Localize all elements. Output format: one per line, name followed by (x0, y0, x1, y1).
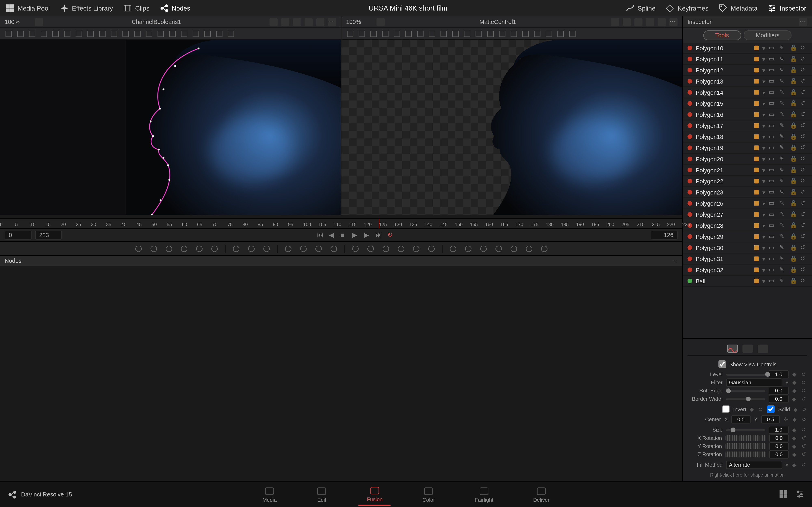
viewer-tool-icon[interactable] (227, 30, 235, 38)
tool-row[interactable]: Polygon26 ▾ ▭ ✎ 🔒 ↺ (683, 198, 812, 209)
enable-dot[interactable] (688, 123, 692, 128)
shelf-tool-icon[interactable] (246, 244, 256, 253)
viewer-tool-icon[interactable] (381, 30, 389, 38)
viewer-tool-icon[interactable] (498, 30, 506, 38)
lock-icon[interactable]: 🔒 (790, 222, 797, 229)
enable-dot[interactable] (688, 245, 692, 250)
color-chip[interactable] (754, 112, 759, 117)
view-opt-icon[interactable] (635, 18, 643, 26)
value-field[interactable]: 0.0 (769, 387, 789, 395)
viewer-tool-icon[interactable] (98, 30, 106, 38)
reset-icon[interactable]: ↺ (800, 100, 807, 107)
shelf-tool-icon[interactable] (411, 244, 421, 253)
reset-icon[interactable]: ↺ (800, 167, 807, 174)
view-opt-icon[interactable] (293, 18, 301, 26)
viewer-tool-icon[interactable] (428, 30, 436, 38)
color-chip[interactable] (754, 123, 759, 128)
viewer-tool-icon[interactable] (487, 30, 495, 38)
viewer-tool-icon[interactable] (416, 30, 424, 38)
versions-icon[interactable]: ▭ (769, 111, 776, 118)
viewer-tool-icon[interactable] (157, 30, 165, 38)
reset-icon[interactable]: ↺ (800, 44, 807, 52)
keyframe-icon[interactable]: ◆ (793, 416, 798, 422)
nodes-button[interactable]: Nodes (160, 4, 190, 12)
viewer-tool-icon[interactable] (180, 30, 188, 38)
value-field[interactable]: 0.0 (769, 450, 789, 458)
viewer-tool-icon[interactable] (451, 30, 459, 38)
viewer-tool-icon[interactable] (87, 30, 95, 38)
color-chip[interactable] (754, 168, 759, 172)
lock-icon[interactable]: 🔒 (790, 144, 797, 151)
reset-icon[interactable]: ↺ (802, 443, 807, 449)
viewer-tool-icon[interactable] (521, 30, 529, 38)
tool-row[interactable]: Polygon10 ▾ ▭ ✎ 🔒 ↺ (683, 43, 812, 54)
tool-row[interactable]: Polygon23 ▾ ▭ ✎ 🔒 ↺ (683, 187, 812, 198)
node-graph[interactable]: BluePlayer_01 Polygon1_1 ⊙Polygon24 (Ply… (0, 266, 682, 481)
reset-icon[interactable]: ↺ (800, 200, 807, 207)
playhead[interactable] (379, 219, 379, 228)
versions-icon[interactable]: ▭ (769, 167, 776, 174)
play-icon[interactable]: ▶ (352, 231, 360, 239)
viewer-tool-icon[interactable] (215, 30, 223, 38)
go-end-icon[interactable]: ⏭ (375, 231, 384, 239)
menu-icon[interactable]: ⋯ (669, 18, 677, 26)
reset-icon[interactable]: ↺ (800, 122, 807, 129)
enable-dot[interactable] (688, 68, 692, 72)
versions-icon[interactable]: ▭ (769, 100, 776, 107)
color-chip[interactable] (754, 256, 759, 261)
tool-row[interactable]: Polygon17 ▾ ▭ ✎ 🔒 ↺ (683, 120, 812, 131)
reset-icon[interactable]: ↺ (800, 244, 807, 251)
script-icon[interactable]: ✎ (779, 89, 786, 96)
invert-checkbox[interactable] (722, 405, 729, 413)
shelf-tool-icon[interactable] (396, 244, 405, 253)
script-icon[interactable]: ✎ (779, 133, 786, 140)
versions-icon[interactable]: ▭ (769, 222, 776, 229)
keyframes-button[interactable]: Keyframes (666, 4, 708, 12)
page-deliver[interactable]: Deliver (525, 484, 558, 505)
script-icon[interactable]: ✎ (779, 188, 786, 196)
tool-row[interactable]: Polygon28 ▾ ▭ ✎ 🔒 ↺ (683, 220, 812, 231)
home-icon[interactable] (779, 490, 788, 499)
view-opt-icon[interactable] (611, 18, 619, 26)
keyframe-icon[interactable]: ◆ (792, 443, 798, 449)
tool-row[interactable]: Polygon21 ▾ ▭ ✎ 🔒 ↺ (683, 165, 812, 176)
shelf-tool-icon[interactable] (179, 244, 189, 253)
viewer-tool-icon[interactable] (51, 30, 59, 38)
enable-dot[interactable] (688, 168, 692, 172)
viewer-a-zoom[interactable]: 100% (5, 19, 32, 25)
loop-icon[interactable]: ↻ (387, 231, 396, 239)
lock-icon[interactable]: 🔒 (790, 133, 797, 140)
color-chip[interactable] (754, 234, 759, 239)
shelf-tool-icon[interactable] (209, 244, 219, 253)
script-icon[interactable]: ✎ (779, 233, 786, 240)
reset-icon[interactable]: ↺ (800, 255, 807, 263)
shelf-tool-icon[interactable] (149, 244, 158, 253)
versions-icon[interactable]: ▭ (769, 56, 776, 63)
inspector-button[interactable]: Inspector (768, 4, 806, 12)
enable-dot[interactable] (688, 79, 692, 83)
script-icon[interactable]: ✎ (779, 144, 786, 151)
viewer-tool-icon[interactable] (474, 30, 483, 38)
color-chip[interactable] (754, 101, 759, 106)
shelf-tool-icon[interactable] (494, 244, 503, 253)
viewer-tool-icon[interactable] (40, 30, 48, 38)
viewer-tool-icon[interactable] (568, 30, 576, 38)
shape-anim-hint[interactable]: Right-click here for shape animation (688, 471, 807, 478)
reset-icon[interactable]: ↺ (802, 435, 807, 441)
stop-icon[interactable]: ■ (341, 231, 349, 239)
size-slider[interactable] (726, 429, 765, 431)
lock-icon[interactable]: 🔒 (790, 244, 797, 251)
page-media[interactable]: Media (254, 484, 285, 505)
viewer-tool-icon[interactable] (110, 30, 118, 38)
versions-icon[interactable]: ▭ (769, 44, 776, 52)
tool-row[interactable]: Polygon14 ▾ ▭ ✎ 🔒 ↺ (683, 87, 812, 98)
reset-icon[interactable]: ↺ (800, 56, 807, 63)
keyframe-icon[interactable]: ◆ (792, 427, 798, 433)
script-icon[interactable]: ✎ (779, 66, 786, 74)
fit-icon[interactable] (376, 18, 385, 26)
lock-icon[interactable]: 🔒 (790, 111, 797, 118)
script-icon[interactable]: ✎ (779, 155, 786, 162)
color-chip[interactable] (754, 79, 759, 83)
out-point[interactable]: 223 (35, 231, 62, 239)
view-opt-icon[interactable] (646, 18, 654, 26)
